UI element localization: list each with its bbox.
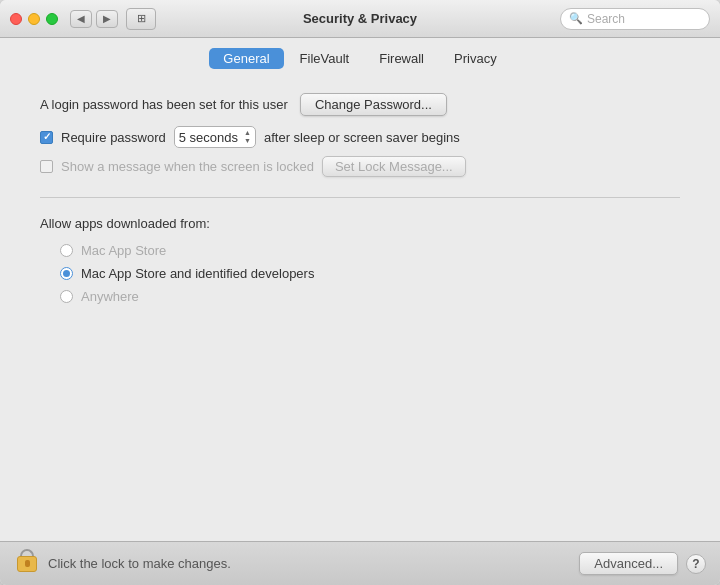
lock-icon[interactable] <box>14 549 40 579</box>
radio-mac-app-store-button[interactable] <box>60 244 73 257</box>
tab-general[interactable]: General <box>209 48 283 69</box>
radio-identified-label: Mac App Store and identified developers <box>81 266 314 281</box>
stepper-up-icon[interactable]: ▲ <box>244 129 251 137</box>
tabbar: General FileVault Firewall Privacy <box>0 38 720 77</box>
help-button[interactable]: ? <box>686 554 706 574</box>
after-sleep-label: after sleep or screen saver begins <box>264 130 460 145</box>
lock-body <box>17 556 37 572</box>
stepper-value: 5 seconds <box>179 130 238 145</box>
content-area: A login password has been set for this u… <box>0 77 720 541</box>
nav-buttons: ◀ ▶ <box>70 10 118 28</box>
radio-mac-app-store[interactable]: Mac App Store <box>60 243 680 258</box>
download-source-radio-group: Mac App Store Mac App Store and identifi… <box>40 243 680 304</box>
stepper-arrows: ▲ ▼ <box>244 127 251 147</box>
search-icon: 🔍 <box>569 12 583 25</box>
radio-mac-app-store-identified[interactable]: Mac App Store and identified developers <box>60 266 680 281</box>
change-password-button[interactable]: Change Password... <box>300 93 447 116</box>
tab-privacy[interactable]: Privacy <box>440 48 511 69</box>
maximize-button[interactable] <box>46 13 58 25</box>
radio-anywhere[interactable]: Anywhere <box>60 289 680 304</box>
forward-icon: ▶ <box>103 13 111 24</box>
checkmark-icon: ✓ <box>43 132 51 142</box>
login-row: A login password has been set for this u… <box>40 93 680 116</box>
grid-icon: ⊞ <box>137 12 146 25</box>
require-password-row: ✓ Require password 5 seconds ▲ ▼ after s… <box>40 126 680 148</box>
minimize-button[interactable] <box>28 13 40 25</box>
grid-button[interactable]: ⊞ <box>126 8 156 30</box>
section-divider <box>40 197 680 198</box>
tab-privacy-label: Privacy <box>454 51 497 66</box>
show-lock-message-checkbox[interactable] <box>40 160 53 173</box>
stepper-control[interactable]: 5 seconds ▲ ▼ <box>174 126 256 148</box>
tab-firewall[interactable]: Firewall <box>365 48 438 69</box>
tab-filevault[interactable]: FileVault <box>286 48 364 69</box>
require-password-label: Require password <box>61 130 166 145</box>
search-box[interactable]: 🔍 Search <box>560 8 710 30</box>
radio-selected-dot <box>63 270 70 277</box>
advanced-button[interactable]: Advanced... <box>579 552 678 575</box>
lock-keyhole <box>25 560 30 567</box>
search-placeholder: Search <box>587 12 625 26</box>
tab-general-label: General <box>223 51 269 66</box>
forward-button[interactable]: ▶ <box>96 10 118 28</box>
titlebar: ◀ ▶ ⊞ Security & Privacy 🔍 Search <box>0 0 720 38</box>
radio-anywhere-label: Anywhere <box>81 289 139 304</box>
allow-apps-label: Allow apps downloaded from: <box>40 216 680 231</box>
login-label: A login password has been set for this u… <box>40 97 288 112</box>
show-lock-message-label: Show a message when the screen is locked <box>61 159 314 174</box>
tab-filevault-label: FileVault <box>300 51 350 66</box>
stepper-down-icon[interactable]: ▼ <box>244 137 251 145</box>
show-lock-message-row: Show a message when the screen is locked… <box>40 156 680 177</box>
traffic-lights <box>10 13 58 25</box>
tab-firewall-label: Firewall <box>379 51 424 66</box>
require-password-checkbox[interactable]: ✓ <box>40 131 53 144</box>
bottombar: Click the lock to make changes. Advanced… <box>0 541 720 585</box>
radio-mac-app-store-label: Mac App Store <box>81 243 166 258</box>
window: ◀ ▶ ⊞ Security & Privacy 🔍 Search Genera… <box>0 0 720 585</box>
click-lock-label: Click the lock to make changes. <box>48 556 231 571</box>
radio-identified-button[interactable] <box>60 267 73 280</box>
close-button[interactable] <box>10 13 22 25</box>
back-button[interactable]: ◀ <box>70 10 92 28</box>
set-lock-message-button: Set Lock Message... <box>322 156 466 177</box>
back-icon: ◀ <box>77 13 85 24</box>
bottom-right-actions: Advanced... ? <box>579 552 706 575</box>
radio-anywhere-button[interactable] <box>60 290 73 303</box>
window-title: Security & Privacy <box>303 11 417 26</box>
